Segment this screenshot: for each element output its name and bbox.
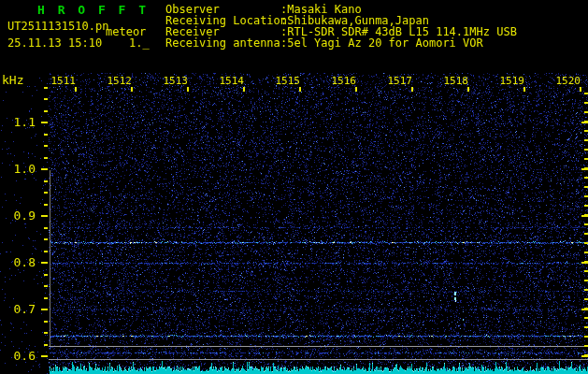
y-tick-label-1.1: 1.1: [6, 116, 36, 128]
x-tick-label-1515: 1515: [275, 76, 300, 86]
x-tick-label-1519: 1519: [499, 76, 524, 86]
output-filename: UT2511131510.pn: [7, 21, 108, 32]
x-tick-label-1514: 1514: [219, 76, 244, 86]
x-tick-label-1512: 1512: [107, 76, 132, 86]
x-tick-label-1518: 1518: [443, 76, 468, 86]
y-tick-label-0.9: 0.9: [6, 209, 36, 222]
spectrogram-canvas: [0, 0, 588, 374]
y-tick-label-0.6: 0.6: [6, 350, 36, 362]
y-axis-unit-label: kHz: [2, 74, 23, 86]
x-tick-label-1517: 1517: [387, 76, 412, 86]
app-title: H R O F F T: [37, 4, 149, 17]
record-datetime: 25.11.13 15:10: [7, 37, 102, 49]
echo-counter: 1._: [129, 37, 150, 49]
y-tick-label-0.7: 0.7: [6, 303, 36, 315]
x-tick-label-1516: 1516: [331, 76, 356, 86]
receiving-antenna-value: :5el Yagi Az 20 for Aomori VOR: [280, 37, 483, 49]
y-tick-label-0.8: 0.8: [6, 256, 36, 268]
x-tick-label-1511: 1511: [50, 76, 76, 86]
receiving-antenna-label: Receiving antenna: [165, 37, 280, 49]
x-tick-label-1513: 1513: [163, 76, 188, 86]
hrofft-window: H R O F F T UT2511131510.pn meteor 25.11…: [0, 0, 588, 374]
x-tick-label-1520: 1520: [555, 76, 581, 86]
y-tick-label-1.0: 1.0: [6, 163, 36, 175]
